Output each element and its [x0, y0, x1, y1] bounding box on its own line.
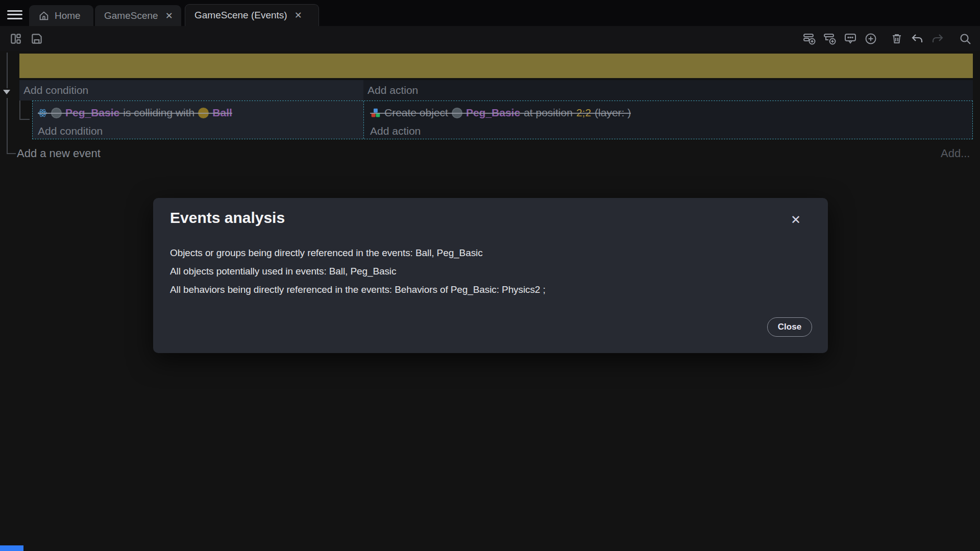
close-icon[interactable]: ✕ — [789, 213, 802, 227]
tab-gamescene-label: GameScene — [104, 10, 158, 21]
analysis-line-objects-referenced: Objects or groups being directly referen… — [170, 247, 483, 259]
tab-gamescene[interactable]: GameScene ✕ — [95, 5, 181, 26]
action-object: Peg_Basic — [466, 107, 520, 119]
action-layer: (layer: ) — [595, 107, 631, 119]
choose-event-plus-icon[interactable] — [864, 32, 877, 45]
event-actions-column: Add action — [363, 80, 973, 101]
action-middle: at position — [524, 107, 573, 119]
tree-line — [7, 153, 16, 154]
add-condition-link[interactable]: Add condition — [19, 80, 363, 101]
tab-home[interactable]: Home — [29, 5, 93, 26]
search-icon[interactable] — [959, 32, 972, 45]
subevent-actions-column: Create object Peg_Basic at position 2;2 … — [363, 101, 972, 139]
peg-basic-object-icon — [51, 108, 62, 118]
ball-object-icon — [198, 108, 209, 118]
expand-collapse-arrow-icon[interactable] — [3, 90, 10, 94]
action-position: 2;2 — [576, 107, 591, 119]
save-icon[interactable] — [30, 32, 43, 45]
action-verb: Create object — [384, 107, 448, 119]
tab-bar: Home GameScene ✕ GameScene (Events) ✕ — [0, 0, 980, 26]
undo-icon[interactable] — [911, 32, 924, 45]
analysis-line-objects-used: All objects potentially used in events: … — [170, 266, 396, 277]
condition-object2: Ball — [212, 107, 232, 119]
app-window: Home GameScene ✕ GameScene (Events) ✕ — [0, 0, 980, 551]
condition-predicate: is colliding with — [123, 107, 194, 119]
tab-home-label: Home — [55, 10, 81, 21]
status-strip — [0, 545, 23, 551]
event-conditions-column: Add condition — [19, 80, 363, 101]
close-button[interactable]: Close — [767, 317, 812, 337]
dialog-title: Events analysis — [170, 209, 285, 227]
tree-line — [7, 98, 8, 154]
add-action-link[interactable]: Add action — [364, 123, 972, 139]
tree-line — [19, 101, 20, 120]
condition-object1: Peg_Basic — [65, 107, 119, 119]
close-icon[interactable]: ✕ — [163, 9, 175, 22]
subevent-conditions-column: Peg_Basic is colliding with Ball Add con… — [33, 101, 363, 139]
toggle-panels-icon[interactable] — [9, 32, 22, 45]
tab-gamescene-events-label: GameScene (Events) — [194, 10, 287, 21]
action-row[interactable]: Create object Peg_Basic at position 2;2 … — [370, 103, 631, 123]
add-event-icon[interactable] — [803, 32, 816, 45]
add-more-button[interactable]: Add... — [941, 147, 970, 160]
condition-row[interactable]: Peg_Basic is colliding with Ball — [38, 103, 232, 123]
add-comment-icon[interactable] — [844, 32, 857, 45]
add-condition-link[interactable]: Add condition — [33, 123, 363, 139]
comment-event-row[interactable] — [19, 54, 973, 78]
tree-line — [7, 53, 8, 88]
redo-icon[interactable] — [931, 32, 944, 45]
add-subevent-icon[interactable] — [823, 32, 837, 45]
peg-basic-object-icon — [452, 108, 462, 118]
physics-behavior-icon — [38, 108, 47, 118]
add-new-event-link[interactable]: Add a new event — [17, 147, 101, 160]
close-button-label: Close — [778, 322, 801, 332]
tree-line — [19, 119, 30, 120]
close-icon[interactable]: ✕ — [292, 9, 304, 22]
selected-subevent[interactable]: Peg_Basic is colliding with Ball Add con… — [32, 101, 973, 139]
analysis-line-behaviors: All behaviors being directly referenced … — [170, 284, 546, 295]
create-object-icon — [370, 108, 381, 118]
delete-icon[interactable] — [890, 32, 903, 45]
tab-gamescene-events[interactable]: GameScene (Events) ✕ — [185, 4, 319, 26]
events-analysis-dialog: Events analysis ✕ Objects or groups bein… — [153, 198, 828, 353]
hamburger-menu-button[interactable] — [7, 8, 22, 19]
home-icon — [38, 10, 50, 21]
events-toolbar: Preview Publish — [0, 26, 980, 51]
add-action-link[interactable]: Add action — [363, 80, 973, 101]
